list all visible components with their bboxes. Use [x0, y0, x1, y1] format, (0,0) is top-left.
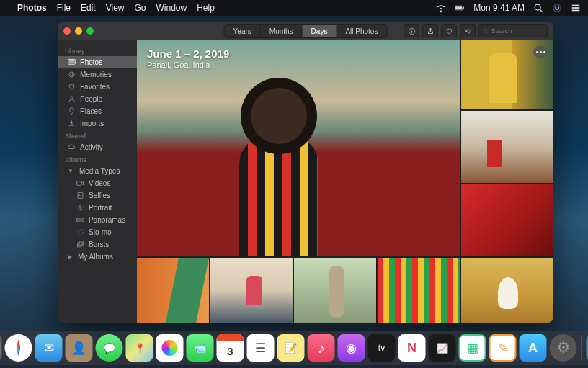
dock-app-facetime[interactable] — [187, 334, 214, 362]
photo-thumbnail[interactable] — [378, 258, 460, 323]
sidebar-item-favorites[interactable]: Favorites — [58, 81, 137, 93]
app-menu[interactable]: Photos — [17, 3, 47, 13]
svg-line-14 — [486, 32, 488, 33]
favorite-button[interactable] — [441, 24, 457, 37]
heart-icon — [68, 83, 76, 91]
menubar: Photos File Edit View Go Window Help Mon… — [0, 0, 588, 16]
dock-app-launchpad[interactable] — [0, 334, 2, 362]
sidebar-item-selfies[interactable]: Selfies — [58, 189, 137, 202]
photo-thumbnail[interactable] — [461, 111, 553, 183]
dock-app-maps[interactable] — [126, 334, 153, 362]
burst-icon — [76, 241, 84, 248]
photo-thumbnail[interactable] — [137, 258, 209, 323]
siri-icon[interactable] — [552, 3, 562, 13]
minimize-button[interactable] — [75, 27, 82, 35]
dock-app-mail[interactable] — [35, 334, 63, 362]
titlebar: Years Months Days All Photos — [58, 22, 553, 40]
dock-app-tv[interactable] — [368, 334, 396, 362]
menu-file[interactable]: File — [57, 3, 71, 13]
sidebar-item-panoramas[interactable]: Panoramas — [58, 214, 137, 226]
dock-app-podcasts[interactable] — [338, 334, 365, 362]
photo-thumbnail[interactable] — [461, 258, 553, 323]
video-icon — [76, 179, 84, 187]
segment-months[interactable]: Months — [261, 25, 303, 37]
svg-point-12 — [411, 29, 411, 30]
dock-app-news[interactable] — [398, 334, 426, 362]
sidebar: Library Photos Memories Favorites People… — [58, 40, 137, 323]
segment-days[interactable]: Days — [303, 25, 337, 37]
dock-app-appstore[interactable] — [520, 334, 547, 362]
sidebar-item-activity[interactable]: Activity — [58, 141, 137, 153]
svg-rect-8 — [572, 7, 580, 9]
menu-window[interactable]: Window — [156, 3, 187, 13]
segment-all-photos[interactable]: All Photos — [337, 25, 386, 37]
photo-thumbnail[interactable] — [137, 40, 460, 256]
dock-app-music[interactable] — [308, 334, 335, 362]
fullscreen-button[interactable] — [86, 27, 94, 35]
sidebar-header-albums: Albums — [58, 153, 137, 165]
info-button[interactable] — [404, 24, 419, 37]
location-label: Panaji, Goa, India — [147, 60, 229, 69]
dock-app-stocks[interactable] — [429, 334, 456, 362]
photo-thumbnail[interactable] — [461, 184, 553, 256]
clock[interactable]: Mon 9:41 AM — [473, 3, 525, 13]
photo-grid: June 1 – 2, 2019 Panaji, Goa, India — [137, 40, 553, 323]
sidebar-item-memories[interactable]: Memories — [58, 68, 137, 81]
menu-help[interactable]: Help — [197, 3, 215, 13]
segment-years[interactable]: Years — [225, 25, 261, 37]
pin-icon — [68, 107, 76, 115]
sidebar-header-shared: Shared — [58, 130, 137, 141]
dock-app-messages[interactable] — [96, 334, 123, 362]
rotate-button[interactable] — [460, 24, 476, 37]
svg-rect-1 — [455, 6, 462, 9]
close-button[interactable] — [63, 27, 71, 35]
notification-center-icon[interactable] — [571, 3, 581, 13]
battery-icon[interactable] — [455, 3, 465, 13]
dock-app-numbers[interactable] — [459, 334, 486, 362]
sidebar-item-slo-mo[interactable]: Slo-mo — [58, 226, 137, 238]
disclosure-triangle-icon: ▼ — [68, 168, 74, 174]
search-field[interactable] — [478, 24, 548, 37]
dock-app-calendar[interactable]: 3 — [217, 334, 244, 362]
dock-separator — [582, 335, 582, 361]
disclosure-triangle-icon: ▶ — [68, 253, 72, 260]
sidebar-item-places[interactable]: Places — [58, 105, 137, 117]
svg-point-17 — [69, 72, 74, 77]
person-icon — [68, 95, 76, 103]
menu-edit[interactable]: Edit — [81, 3, 96, 13]
more-button[interactable] — [533, 46, 548, 58]
menu-go[interactable]: Go — [135, 3, 146, 13]
sidebar-item-bursts[interactable]: Bursts — [58, 238, 137, 251]
wifi-icon[interactable] — [436, 3, 446, 13]
share-button[interactable] — [422, 24, 438, 37]
sidebar-item-videos[interactable]: Videos — [58, 177, 137, 189]
svg-point-23 — [79, 206, 81, 208]
sidebar-item-media-types[interactable]: ▼Media Types — [58, 165, 137, 177]
sidebar-item-imports[interactable]: Imports — [58, 117, 137, 130]
svg-point-18 — [71, 73, 73, 76]
photo-thumbnail[interactable] — [294, 258, 376, 323]
memories-icon — [68, 71, 76, 78]
svg-rect-21 — [78, 192, 83, 198]
dock-app-reminders[interactable] — [247, 334, 275, 362]
search-icon — [483, 28, 489, 35]
dock-app-photos[interactable] — [156, 334, 184, 362]
sidebar-item-portrait[interactable]: Portrait — [58, 202, 137, 214]
photo-thumbnail[interactable] — [210, 258, 293, 323]
dock-app-notes[interactable] — [277, 334, 305, 362]
sidebar-item-people[interactable]: People — [58, 93, 137, 105]
svg-rect-27 — [79, 242, 83, 246]
view-segmented-control: Years Months Days All Photos — [224, 24, 388, 38]
import-icon — [68, 120, 76, 127]
sidebar-item-my-albums[interactable]: ▶My Albums — [58, 251, 137, 263]
dock-app-pages[interactable] — [489, 334, 517, 362]
dock-app-system-preferences[interactable] — [550, 334, 577, 362]
search-input[interactable] — [491, 27, 543, 35]
dock-app-safari[interactable] — [5, 334, 32, 362]
photos-icon — [68, 58, 76, 66]
spotlight-icon[interactable] — [533, 3, 543, 13]
sidebar-header-library: Library — [58, 45, 137, 56]
menu-view[interactable]: View — [106, 3, 125, 13]
sidebar-item-photos[interactable]: Photos — [58, 56, 137, 68]
dock-app-contacts[interactable] — [66, 334, 93, 362]
